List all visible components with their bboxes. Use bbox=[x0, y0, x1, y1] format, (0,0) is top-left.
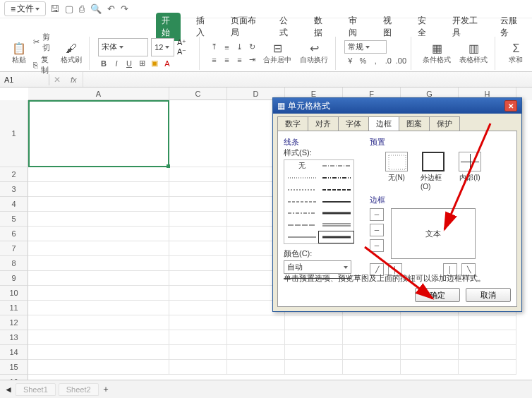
col-header[interactable]: C bbox=[169, 88, 227, 100]
copy-button[interactable]: ⎘ 复制 bbox=[33, 54, 56, 76]
brush-icon: 🖌 bbox=[66, 42, 77, 55]
style-opt[interactable] bbox=[284, 184, 319, 195]
ok-button[interactable]: 确定 bbox=[415, 288, 460, 302]
align-center-button[interactable]: ≡ bbox=[221, 54, 232, 66]
sheet-tab[interactable]: Sheet2 bbox=[59, 383, 99, 396]
row-header[interactable]: 6 bbox=[0, 227, 28, 241]
row-header[interactable]: 5 bbox=[0, 212, 28, 227]
bold-button[interactable]: B bbox=[98, 58, 109, 69]
italic-button[interactable]: I bbox=[111, 58, 122, 69]
currency-button[interactable]: ¥ bbox=[344, 55, 356, 66]
name-box[interactable]: A1 bbox=[0, 74, 49, 85]
dec-dec-button[interactable]: .00 bbox=[395, 55, 406, 66]
save-icon[interactable]: 🖫 bbox=[50, 4, 59, 14]
dlg-tab-number[interactable]: 数字 bbox=[277, 116, 308, 131]
row-header[interactable]: 1 bbox=[0, 100, 28, 167]
align-left-button[interactable]: ≡ bbox=[208, 54, 219, 66]
dlg-tab-align[interactable]: 对齐 bbox=[308, 116, 339, 131]
format-painter-label: 格式刷 bbox=[61, 55, 82, 65]
line-color-select[interactable]: 自动 bbox=[284, 260, 351, 274]
fill-color-button[interactable]: ▣ bbox=[149, 58, 160, 69]
row-header[interactable]: 13 bbox=[0, 330, 28, 345]
preset-outer-button[interactable]: 外边框(O) bbox=[421, 152, 446, 191]
style-opt[interactable] bbox=[319, 196, 353, 207]
indent-button[interactable]: ⇥ bbox=[246, 54, 258, 66]
cancel-fx-icon[interactable]: ✕ bbox=[49, 75, 65, 85]
dec-inc-button[interactable]: .0 bbox=[382, 55, 394, 66]
cell-format-dialog: ▦单元格格式 ✕ 数字 对齐 字体 边框 图案 保护 线条 样式(S): 无 bbox=[272, 97, 522, 312]
row-header[interactable]: 4 bbox=[0, 197, 28, 212]
underline-button[interactable]: U bbox=[123, 58, 135, 69]
row-header[interactable]: 9 bbox=[0, 271, 28, 286]
row-header[interactable]: 10 bbox=[0, 286, 28, 301]
format-painter-button[interactable]: 🖌 格式刷 bbox=[58, 42, 85, 65]
paste-button[interactable]: 📋 粘贴 bbox=[8, 42, 30, 65]
style-none[interactable]: 无 bbox=[284, 160, 319, 171]
new-icon[interactable]: ▢ bbox=[65, 4, 73, 14]
font-size-select[interactable]: 12 bbox=[151, 38, 174, 56]
undo-icon[interactable]: ↶ bbox=[107, 4, 115, 14]
row-headers: 1 2 3 4 5 6 7 8 9 10 11 12 13 14 15 16 bbox=[0, 100, 28, 380]
align-bot-button[interactable]: ⤓ bbox=[234, 42, 245, 53]
cond-format-button[interactable]: ▦ 条件格式 bbox=[420, 42, 454, 65]
preview-icon[interactable]: 🔍 bbox=[90, 4, 102, 14]
align-mid-button[interactable]: ≡ bbox=[221, 42, 232, 53]
style-opt[interactable] bbox=[319, 231, 353, 243]
dlg-tab-border[interactable]: 边框 bbox=[368, 116, 399, 131]
style-opt[interactable] bbox=[284, 219, 319, 231]
sheet-add-button[interactable]: ＋ bbox=[102, 383, 110, 395]
border-top-button[interactable]: ─ bbox=[370, 208, 384, 221]
close-icon[interactable]: ✕ bbox=[504, 100, 517, 111]
border-bottom-button[interactable]: ─ bbox=[370, 239, 384, 252]
dlg-tab-pattern[interactable]: 图案 bbox=[399, 116, 430, 131]
auto-wrap-button[interactable]: ↩ 自动换行 bbox=[297, 42, 331, 65]
row-header[interactable]: 14 bbox=[0, 345, 28, 360]
sum-button[interactable]: Σ 求和 bbox=[504, 42, 528, 65]
style-opt[interactable] bbox=[319, 207, 353, 219]
redo-icon[interactable]: ↷ bbox=[121, 4, 128, 14]
border-hmid-button[interactable]: ─ bbox=[370, 224, 384, 236]
orient-button[interactable]: ↻ bbox=[246, 42, 258, 53]
style-opt[interactable] bbox=[319, 160, 353, 171]
row-header[interactable]: 8 bbox=[0, 256, 28, 271]
row-header[interactable]: 7 bbox=[0, 241, 28, 256]
style-opt[interactable] bbox=[284, 196, 319, 207]
font-color-button[interactable]: A bbox=[162, 58, 173, 69]
number-format-select[interactable]: 常规 bbox=[344, 40, 387, 54]
style-opt[interactable] bbox=[319, 219, 353, 231]
style-opt[interactable] bbox=[284, 231, 319, 243]
cell-A1[interactable] bbox=[28, 100, 169, 167]
align-top-button[interactable]: ⤒ bbox=[208, 42, 219, 53]
row-header[interactable]: 15 bbox=[0, 360, 28, 375]
percent-button[interactable]: % bbox=[357, 55, 368, 66]
table-style-button[interactable]: ▥ 表格样式 bbox=[457, 42, 490, 65]
merge-center-button[interactable]: ⊟ 合并居中 bbox=[260, 42, 294, 65]
row-header[interactable]: 12 bbox=[0, 315, 28, 330]
row-header[interactable]: 2 bbox=[0, 167, 28, 182]
row-header[interactable]: 3 bbox=[0, 182, 28, 197]
preset-inner-button[interactable]: 内部(I) bbox=[457, 152, 483, 191]
style-opt[interactable] bbox=[284, 207, 319, 219]
dlg-tab-font[interactable]: 字体 bbox=[338, 116, 369, 131]
style-opt[interactable] bbox=[284, 172, 319, 183]
sheet-nav-first[interactable]: ◄ bbox=[4, 385, 13, 394]
cut-button[interactable]: ✂ 剪切 bbox=[33, 32, 56, 53]
style-opt[interactable] bbox=[319, 184, 353, 195]
line-style-list[interactable]: 无 bbox=[284, 159, 354, 244]
file-menu[interactable]: ≡ 文件 bbox=[4, 1, 46, 16]
border-button[interactable]: ⊞ bbox=[136, 58, 147, 69]
comma-button[interactable]: , bbox=[370, 55, 381, 66]
col-header[interactable]: A bbox=[28, 88, 169, 100]
fx-icon[interactable]: fx bbox=[65, 76, 83, 84]
font-name-select[interactable]: 宋体 bbox=[98, 38, 148, 56]
dialog-titlebar[interactable]: ▦单元格格式 ✕ bbox=[273, 98, 521, 114]
cancel-button[interactable]: 取消 bbox=[466, 288, 511, 302]
sheet-tab[interactable]: Sheet1 bbox=[16, 383, 56, 396]
style-opt[interactable] bbox=[319, 172, 353, 183]
print-icon[interactable]: ⎙ bbox=[79, 4, 85, 14]
row-header[interactable]: 11 bbox=[0, 301, 28, 315]
formula-input[interactable] bbox=[83, 72, 532, 87]
preset-none-button[interactable]: 无(N) bbox=[384, 152, 409, 191]
dlg-tab-protect[interactable]: 保护 bbox=[429, 116, 460, 131]
align-right-button[interactable]: ≡ bbox=[234, 54, 245, 66]
